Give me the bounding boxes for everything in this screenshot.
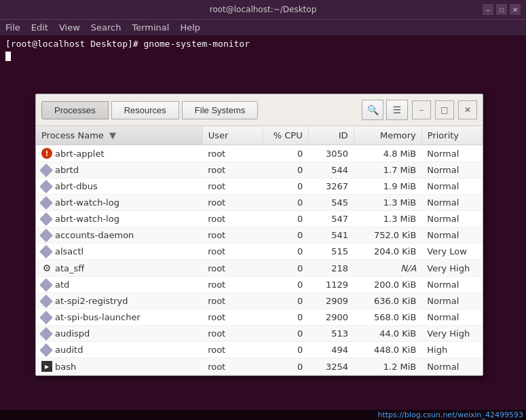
terminal-command: [root@localhost Desktop]# gnome-system-m… xyxy=(5,38,521,50)
cell-process-name: accounts-daemon xyxy=(36,227,202,244)
sysmon-dialog: Processes Resources File Systems 🔍 ☰ – □… xyxy=(35,94,483,376)
cell-user: root xyxy=(202,277,263,293)
cell-memory: N/A xyxy=(354,260,421,277)
cell-memory: 1.2 MiB xyxy=(354,358,421,375)
table-row[interactable]: ! abrt-applet root 0 3050 4.8 MiB Normal xyxy=(36,145,483,162)
table-row[interactable]: abrtd root 0 544 1.7 MiB Normal xyxy=(36,162,483,178)
cell-memory: 568.0 KiB xyxy=(354,309,421,326)
menu-button[interactable]: ☰ xyxy=(386,100,408,120)
tab-filesystems[interactable]: File Systems xyxy=(182,101,258,119)
table-row[interactable]: abrt-watch-log root 0 547 1.3 MiB Normal xyxy=(36,211,483,227)
col-header-id[interactable]: ID xyxy=(308,126,354,145)
table-row[interactable]: at-spi2-registryd root 0 2909 636.0 KiB … xyxy=(36,293,483,309)
cell-user: root xyxy=(202,342,263,358)
table-row[interactable]: atd root 0 1129 200.0 KiB Normal xyxy=(36,277,483,293)
terminal-titlebar: root@localhost:~/Desktop – □ ✕ xyxy=(0,0,526,19)
diamond-icon xyxy=(39,180,53,193)
col-header-priority[interactable]: Priority xyxy=(421,126,482,145)
cell-priority: Normal xyxy=(421,358,482,375)
col-header-name[interactable]: Process Name ▼ xyxy=(36,126,202,145)
terminal-menubar: File Edit View Search Terminal Help xyxy=(0,19,526,35)
menu-edit[interactable]: Edit xyxy=(31,22,48,33)
diamond-icon xyxy=(39,278,53,292)
table-row[interactable]: ⚙ ata_sff root 0 218 N/A Very High xyxy=(36,260,483,277)
menu-view[interactable]: View xyxy=(59,22,80,33)
terminal-cursor xyxy=(5,52,11,61)
cell-id: 3267 xyxy=(308,178,354,195)
terminal-close-button[interactable]: ✕ xyxy=(510,4,521,15)
diamond-icon xyxy=(39,311,53,324)
table-row[interactable]: accounts-daemon root 0 541 752.0 KiB Nor… xyxy=(36,227,483,244)
terminal-icon: ▶ xyxy=(41,361,52,372)
cell-memory: 1.7 MiB xyxy=(354,162,421,178)
tab-processes[interactable]: Processes xyxy=(41,101,109,119)
terminal-controls: – □ ✕ xyxy=(483,4,521,15)
tab-resources[interactable]: Resources xyxy=(111,101,179,119)
cell-user: root xyxy=(202,244,263,260)
cell-priority: Normal xyxy=(421,162,482,178)
table-row[interactable]: abrt-dbus root 0 3267 1.9 MiB Normal xyxy=(36,178,483,195)
sysmon-minimize-button[interactable]: – xyxy=(412,100,431,119)
cell-process-name: alsactl xyxy=(36,244,202,260)
cell-id: 2900 xyxy=(308,309,354,326)
cell-cpu: 0 xyxy=(263,244,308,260)
cell-cpu: 0 xyxy=(263,195,308,211)
cell-cpu: 0 xyxy=(263,309,308,326)
table-row[interactable]: alsactl root 0 515 204.0 KiB Very Low xyxy=(36,244,483,260)
cell-cpu: 0 xyxy=(263,293,308,309)
cell-priority: Normal xyxy=(421,145,482,162)
cell-cpu: 0 xyxy=(263,326,308,342)
menu-help[interactable]: Help xyxy=(180,22,200,33)
cell-id: 218 xyxy=(308,260,354,277)
menu-file[interactable]: File xyxy=(5,22,20,33)
cell-user: root xyxy=(202,145,263,162)
cell-process-name: at-spi2-registryd xyxy=(36,293,202,309)
table-row[interactable]: audispd root 0 513 44.0 KiB Very High xyxy=(36,326,483,342)
cell-memory: 204.0 KiB xyxy=(354,244,421,260)
cell-process-name: abrtd xyxy=(36,162,202,178)
gear-icon: ⚙ xyxy=(41,263,52,273)
cell-priority: Very High xyxy=(421,260,482,277)
cell-process-name: abrt-watch-log xyxy=(36,195,202,211)
cell-id: 545 xyxy=(308,195,354,211)
cell-user: root xyxy=(202,162,263,178)
col-header-user[interactable]: User xyxy=(202,126,263,145)
menu-terminal[interactable]: Terminal xyxy=(132,22,169,33)
terminal-minimize-button[interactable]: – xyxy=(483,4,493,15)
cell-user: root xyxy=(202,309,263,326)
terminal-maximize-button[interactable]: □ xyxy=(496,4,507,15)
process-table-container[interactable]: Process Name ▼ User % CPU ID Memory Prio… xyxy=(36,126,483,375)
cell-priority: Normal xyxy=(421,277,482,293)
diamond-icon xyxy=(39,343,53,357)
search-button[interactable]: 🔍 xyxy=(362,100,383,120)
table-row[interactable]: at-spi-bus-launcher root 0 2900 568.0 Ki… xyxy=(36,309,483,326)
cell-priority: Normal xyxy=(421,227,482,244)
cell-process-name: abrt-watch-log xyxy=(36,211,202,227)
col-header-cpu[interactable]: % CPU xyxy=(263,126,308,145)
cell-memory: 448.0 KiB xyxy=(354,342,421,358)
table-row[interactable]: auditd root 0 494 448.0 KiB High xyxy=(36,342,483,358)
cell-memory: 752.0 KiB xyxy=(354,227,421,244)
cell-memory: 1.9 MiB xyxy=(354,178,421,195)
col-header-memory[interactable]: Memory xyxy=(354,126,421,145)
watermark: https://blog.csun.net/weixin_42499593 xyxy=(0,410,526,420)
cell-priority: Normal xyxy=(421,293,482,309)
table-header-row: Process Name ▼ User % CPU ID Memory Prio… xyxy=(36,126,483,145)
diamond-icon xyxy=(39,164,53,177)
cell-memory: 4.8 MiB xyxy=(354,145,421,162)
cell-cpu: 0 xyxy=(263,211,308,227)
menu-search[interactable]: Search xyxy=(91,22,121,33)
cell-user: root xyxy=(202,358,263,375)
cell-process-name: at-spi-bus-launcher xyxy=(36,309,202,326)
sysmon-close-button[interactable]: ✕ xyxy=(458,100,477,119)
table-row[interactable]: abrt-watch-log root 0 545 1.3 MiB Normal xyxy=(36,195,483,211)
cell-priority: High xyxy=(421,342,482,358)
sysmon-maximize-button[interactable]: □ xyxy=(435,100,454,119)
cell-cpu: 0 xyxy=(263,162,308,178)
table-row[interactable]: ▶ bash root 0 3254 1.2 MiB Normal xyxy=(36,358,483,375)
cell-user: root xyxy=(202,211,263,227)
cell-id: 513 xyxy=(308,326,354,342)
cell-id: 547 xyxy=(308,211,354,227)
cell-memory: 1.3 MiB xyxy=(354,211,421,227)
terminal-title: root@localhost:~/Desktop xyxy=(210,5,317,14)
